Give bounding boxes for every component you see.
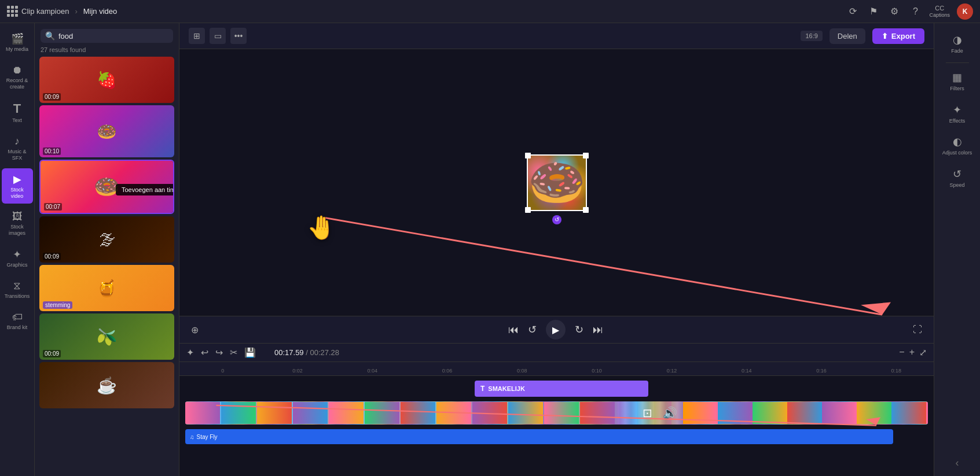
sidebar-item-text[interactable]: T Text [2,97,33,128]
text-clip[interactable]: T SMAKELIJK [475,381,648,397]
collapse-btn[interactable]: ‹ [956,457,959,469]
brand-kit-icon: 🏷 [12,311,23,323]
redo-icon[interactable]: ↪ [215,347,223,358]
media-item[interactable]: 🌫 00:09 [39,216,174,263]
app-name: Clip kampioen [21,7,69,16]
rp-item-effects[interactable]: ✦ Effects [937,100,978,128]
magic-icon[interactable]: ⊕ [191,324,199,335]
media-grid: 🍓 00:09 🍩 00:10 🍩 00:07 Toevoegen aan ti… [35,57,179,476]
rp-item-speed[interactable]: ↺ Speed [937,164,978,192]
media-item[interactable]: 🍯 stemming [39,265,174,311]
undo-icon[interactable]: ↩ [201,347,208,358]
sidebar-item-music[interactable]: ♪ Music & SFX [2,131,33,166]
corner-handle-br[interactable] [583,207,589,213]
help-icon[interactable]: ? [908,5,922,19]
search-input[interactable] [58,32,168,40]
share-button[interactable]: Delen [829,28,865,44]
playback-right: ⛶ [913,324,922,335]
sidebar-item-brand-kit[interactable]: 🏷 Brand kit [2,307,33,335]
corner-handle-tl[interactable] [525,153,531,158]
sync-icon[interactable]: ⟳ [846,5,860,19]
project-name: Mijn video [83,7,118,16]
aspect-icon[interactable]: ▭ [210,28,226,44]
corner-handle-tr[interactable] [583,153,589,158]
media-item[interactable]: 🍓 00:09 [39,57,174,103]
speed-label: Speed [949,182,964,189]
text-track: T SMAKELIJK [185,378,928,399]
media-duration: 00:09 [43,350,61,357]
settings-icon[interactable]: ⚙ [887,5,901,19]
effects-icon: ✦ [953,104,961,116]
audio-label: Stay Fly [197,434,218,440]
forward-5-icon[interactable]: ↻ [575,323,583,336]
sidebar-item-record[interactable]: ⏺ Record & create [2,60,33,95]
audio-clip[interactable]: ♫ Stay Fly [185,429,893,444]
video-preview: 🍩 ↺ 🤚 [179,49,934,316]
main-layout: 🎬 My media ⏺ Record & create T Text ♪ Mu… [0,23,980,476]
filters-icon: ▦ [952,71,962,84]
fade-icon: ◑ [953,34,962,46]
rotate-handle[interactable]: ↺ [552,215,561,224]
effects-label: Effects [949,118,965,124]
timeline-toolbar: ✦ ↩ ↪ ✂ 💾 00:17.59 / 00:27.28 − + ⤢ [179,344,934,362]
total-time: / 00:27.28 [306,348,339,357]
preview-frame: 🍩 ↺ [527,154,587,211]
fullscreen-icon[interactable]: ⛶ [913,324,922,335]
video-toolbar: ⊞ ▭ ••• 16:9 Delen ⬆ Export [179,23,934,49]
zoom-out-icon[interactable]: − [899,347,904,358]
rp-item-fade[interactable]: ◑ Fade [937,30,978,58]
cut-icon[interactable]: ✂ [230,347,237,358]
left-sidebar: 🎬 My media ⏺ Record & create T Text ♪ Mu… [0,23,35,476]
timeline-tracks: T SMAKELIJK [179,376,934,476]
rp-item-filters[interactable]: ▦ Filters [937,68,978,95]
media-duration: 00:10 [43,147,61,155]
media-label: stemming [43,301,72,309]
export-label: Export [891,32,915,40]
ruler-mark: 0:08 [485,368,559,374]
magic-tool-icon[interactable]: ✦ [186,347,194,358]
rp-item-adjust[interactable]: ◐ Adjust colors [937,132,978,160]
sidebar-item-my-media[interactable]: 🎬 My media [2,28,33,57]
media-item-active[interactable]: 🍩 00:07 Toevoegen aan timbre [39,160,174,214]
captions-button[interactable]: CC Captions [929,5,950,18]
adjust-label: Adjust colors [942,150,972,156]
ruler-mark: 0:14 [709,368,784,374]
more-icon[interactable]: ••• [230,28,247,44]
music-icon: ♪ [14,135,20,147]
media-duration: 00:07 [44,203,62,211]
record-icon: ⏺ [12,64,23,76]
adjust-icon: ◐ [953,135,962,148]
sidebar-item-transitions[interactable]: ⧖ Transitions [2,275,33,304]
sidebar-item-stock-video[interactable]: ▶ Stock video [2,168,33,204]
ruler-mark: 0 [185,368,260,374]
corner-handle-bl[interactable] [525,207,531,213]
skip-start-icon[interactable]: ⏮ [508,324,519,336]
zoom-in-icon[interactable]: + [909,347,915,358]
filters-label: Filters [950,86,964,92]
replay-5-icon[interactable]: ↺ [528,323,537,336]
results-count: 27 results found [35,46,179,57]
expand-icon[interactable]: ⤢ [919,347,927,358]
avatar[interactable]: K [957,3,973,20]
media-item[interactable]: ☕ [39,362,174,408]
media-item[interactable]: 🍩 00:10 [39,105,174,157]
flag-icon[interactable]: ⚑ [867,5,880,19]
sidebar-item-stock-images[interactable]: 🖼 Stock images [2,206,33,241]
play-button[interactable]: ▶ [546,320,566,340]
ruler-mark: 0:06 [410,368,485,374]
topbar-actions: ⟳ ⚑ ⚙ ? CC Captions K [846,3,973,20]
ruler-marks: 0 0:02 0:04 0:06 0:08 0:10 0:12 0:14 0:1… [179,368,934,374]
timeline-zoom-controls: − + ⤢ [899,347,927,358]
media-item[interactable]: 🫒 00:09 [39,313,174,360]
aspect-ratio-badge: 16:9 [801,31,822,41]
save-icon[interactable]: 💾 [244,347,256,358]
skip-end-icon[interactable]: ⏭ [593,324,603,336]
speed-icon: ↺ [953,168,961,180]
video-track: ⊡ 🔊 🔊 [185,401,928,427]
video-clip[interactable]: ⊡ 🔊 🔊 [185,401,928,425]
media-panel: 🔍 27 results found 🍓 00:09 🍩 00:10 🍩 00:… [35,23,179,476]
export-button[interactable]: ⬆ Export [872,28,924,44]
crop-icon[interactable]: ⊞ [189,28,205,44]
search-icon: 🔍 [45,31,55,40]
sidebar-item-graphics[interactable]: ✦ Graphics [2,243,33,273]
